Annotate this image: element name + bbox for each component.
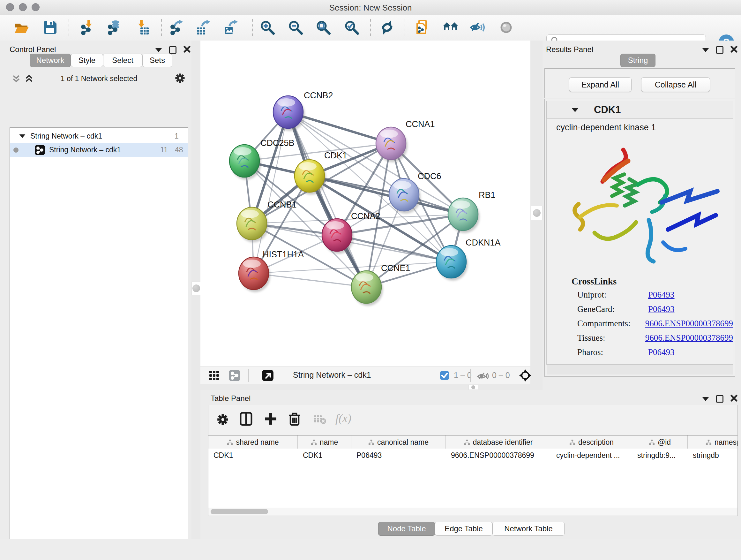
column-header-description[interactable]: description (551, 435, 632, 449)
control-panel-float-icon[interactable] (169, 46, 177, 54)
table-settings-gear-icon[interactable] (215, 412, 230, 428)
delete-column-trash-icon[interactable] (287, 412, 301, 428)
hidden-eye-icon (476, 370, 489, 382)
node-RB1[interactable] (448, 198, 480, 233)
zoom-fit-button[interactable] (314, 18, 333, 37)
table-cell[interactable]: P06493 (351, 449, 446, 462)
crosslink-value-link[interactable]: P06493 (648, 290, 675, 300)
column-header-canonical-name[interactable]: canonical name (351, 435, 446, 449)
zoom-in-button[interactable] (258, 18, 277, 37)
tab-select[interactable]: Select (103, 54, 142, 67)
birds-eye-view-icon[interactable] (262, 369, 274, 383)
left-splitter[interactable] (192, 41, 200, 539)
collapse-all-button[interactable]: Collapse All (641, 77, 710, 92)
tab-network-table[interactable]: Network Table (492, 522, 564, 536)
table-hscrollbar[interactable] (208, 508, 738, 516)
tab-sets[interactable]: Sets (142, 54, 172, 67)
column-header-database-identifier[interactable]: database identifier (446, 435, 551, 449)
table-hscrollbar-thumb[interactable] (211, 509, 268, 514)
gene-section-header[interactable]: CDK1 (546, 101, 733, 119)
table-cell[interactable]: CDK1 (298, 449, 351, 462)
network-collection-row[interactable]: String Network – cdk1 1 (10, 130, 188, 143)
column-header-shared-name[interactable]: shared name (208, 435, 298, 449)
results-scrollbar[interactable] (547, 365, 733, 374)
copy-network-button[interactable] (413, 18, 431, 37)
crosslink-value-link[interactable]: P06493 (648, 304, 675, 314)
selected-checkbox-icon[interactable] (440, 371, 449, 381)
tab-string[interactable]: String (620, 54, 656, 67)
table-cell[interactable]: CDK1 (208, 449, 298, 462)
table-cell[interactable]: stringdb:9... (632, 449, 688, 462)
import-network-database-button[interactable] (104, 18, 123, 37)
application-window: Session: New Session ? Control Panel Net… (0, 0, 741, 560)
toolbar-separator (161, 19, 162, 36)
results-panel-float-icon[interactable] (716, 46, 724, 54)
right-splitter-handle[interactable] (531, 206, 542, 220)
save-session-button[interactable] (41, 18, 59, 37)
results-panel-menu-icon[interactable] (702, 48, 709, 52)
edge-CCNB2-CCNE1[interactable] (288, 112, 366, 287)
tab-node-table[interactable]: Node Table (378, 522, 435, 536)
refresh-view-button[interactable] (378, 18, 396, 37)
collapse-all-networks-icon[interactable] (11, 73, 22, 85)
column-header--id[interactable]: @id (632, 435, 688, 449)
pan-crosshair-icon[interactable] (519, 369, 532, 383)
crosslink-value-link[interactable]: 9606.ENSP00000378699 (645, 319, 733, 328)
network-row[interactable]: String Network – cdk1 11 48 (10, 143, 188, 157)
zoom-out-button[interactable] (286, 18, 305, 37)
tab-edge-table[interactable]: Edge Table (435, 522, 492, 536)
add-column-plus-icon[interactable] (263, 412, 278, 428)
edge-HIST1H1A-CCNE1[interactable] (254, 273, 366, 287)
node-CCNB2[interactable] (273, 96, 305, 131)
expand-all-networks-icon[interactable] (23, 73, 35, 85)
column-header-namespace[interactable]: namespace (688, 435, 738, 449)
tab-network[interactable]: Network (30, 54, 71, 67)
bottom-splitter-handle[interactable] (468, 385, 478, 390)
node-HIST1H1A[interactable] (239, 257, 270, 292)
control-panel-menu-icon[interactable] (155, 48, 162, 52)
node-CDK1[interactable] (294, 160, 326, 195)
table-panel-float-icon[interactable] (716, 395, 724, 402)
table-panel-menu-icon[interactable] (702, 397, 709, 401)
crosslink-value-link[interactable]: P06493 (648, 348, 675, 357)
zoom-selected-button[interactable] (342, 18, 361, 37)
right-splitter[interactable] (530, 41, 542, 384)
edge-CCNA2-CDKN1A[interactable] (337, 235, 451, 262)
show-columns-icon[interactable] (239, 412, 253, 428)
open-session-button[interactable] (12, 18, 31, 37)
network-canvas[interactable]: CCNB2 CCNA1 CDC25B CDK1 CDC6 (200, 41, 530, 367)
control-panel-close-icon[interactable] (184, 46, 191, 54)
export-image-button[interactable] (221, 18, 240, 37)
table-panel-close-icon[interactable] (731, 395, 738, 403)
export-network-button[interactable] (166, 18, 185, 37)
table-cell[interactable]: 9606.ENSP00000378699 (446, 449, 551, 462)
gene-expander-icon[interactable] (571, 108, 579, 112)
expand-all-button[interactable]: Expand All (569, 77, 631, 92)
crosslink-label: GeneCard: (577, 304, 648, 314)
node-CDC6[interactable] (389, 179, 421, 213)
node-CCNE1[interactable] (351, 271, 383, 306)
node-CCNA2[interactable] (322, 219, 354, 254)
node-CCNA1[interactable] (376, 127, 408, 162)
network-options-gear-icon[interactable] (174, 72, 186, 86)
crosslink-value-link[interactable]: 9606.ENSP00000378699 (645, 333, 733, 343)
node-CDC25B[interactable] (229, 145, 261, 180)
import-table-button[interactable] (132, 18, 151, 37)
import-network-file-button[interactable] (77, 18, 96, 37)
status-bar: Memory (0, 539, 741, 560)
collection-expander-icon[interactable] (19, 134, 25, 138)
hide-selected-button[interactable] (468, 18, 487, 37)
table-cell[interactable]: cyclin-dependent ... (551, 449, 632, 462)
left-splitter-handle[interactable] (192, 282, 201, 295)
view-share-icon[interactable] (228, 369, 241, 383)
results-panel-close-icon[interactable] (731, 46, 738, 54)
node-CDKN1A[interactable] (436, 246, 468, 281)
export-table-button[interactable] (194, 18, 212, 37)
node-label-CCNE1: CCNE1 (381, 263, 410, 273)
tab-style[interactable]: Style (71, 54, 103, 67)
view-grid-icon[interactable] (209, 370, 219, 382)
column-header-name[interactable]: name (298, 435, 351, 449)
first-neighbors-button[interactable] (441, 18, 460, 37)
table-cell[interactable]: stringdb (688, 449, 738, 462)
show-all-button[interactable] (497, 18, 515, 37)
